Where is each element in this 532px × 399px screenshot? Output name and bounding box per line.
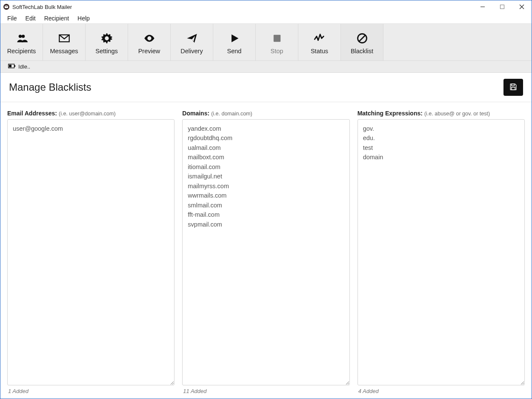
status-text: Idle.. [18, 63, 30, 70]
toolbar-messages[interactable]: Messages [43, 24, 86, 60]
column-header-domains: Domains: (i.e. domain.com) [182, 110, 349, 117]
page-title: Manage Blacklists [9, 81, 503, 93]
titlebar: SoftTechLab Bulk Mailer [0, 0, 532, 13]
toolbar-label: Blacklist [351, 48, 373, 55]
svg-rect-9 [273, 35, 280, 42]
column-header-expressions: Matching Expressions: (i.e. abuse@ or go… [358, 110, 525, 117]
toolbar-label: Preview [138, 48, 160, 55]
column-hint: (i.e. abuse@ or gov. or test) [424, 111, 490, 117]
column-hint: (i.e. domain.com) [211, 111, 252, 117]
save-icon [509, 83, 518, 92]
toolbar-label: Delivery [180, 48, 203, 55]
menu-help[interactable]: Help [73, 14, 94, 23]
svg-point-7 [21, 35, 24, 38]
toolbar-stop: Stop [256, 24, 298, 60]
toolbar-label: Recipients [7, 48, 36, 55]
svg-rect-13 [14, 65, 15, 67]
toolbar-label: Stop [271, 48, 283, 55]
toolbar-send[interactable]: Send [213, 24, 256, 60]
toolbar-label: Messages [50, 48, 78, 55]
window-title: SoftTechLab Bulk Mailer [12, 4, 72, 10]
menu-recipient[interactable]: Recipient [40, 14, 73, 23]
domains-count: 11 Added [182, 385, 349, 395]
toolbar-status[interactable]: Status [298, 24, 341, 60]
column-hint: (i.e. user@domain.com) [59, 111, 116, 117]
menubar: File Edit Recipient Help [0, 13, 532, 23]
status-strip: Idle.. [0, 61, 532, 73]
toolbar: Recipients Messages Settings Preview Del [0, 23, 532, 61]
svg-point-6 [18, 35, 21, 38]
emails-count: 1 Added [7, 385, 174, 395]
column-domains: Domains: (i.e. domain.com) 11 Added [182, 110, 349, 395]
svg-line-11 [359, 35, 365, 41]
menu-edit[interactable]: Edit [21, 14, 40, 23]
column-label: Email Addresses: [7, 110, 57, 117]
content-area: Email Addresses: (i.e. user@domain.com) … [0, 102, 532, 399]
svg-rect-14 [9, 65, 11, 67]
envelope-icon [58, 32, 70, 45]
toolbar-label: Send [227, 48, 242, 55]
toolbar-blacklist[interactable]: Blacklist [341, 24, 383, 60]
menu-file[interactable]: File [3, 14, 21, 23]
toolbar-recipients[interactable]: Recipients [0, 24, 43, 60]
column-emails: Email Addresses: (i.e. user@domain.com) … [7, 110, 174, 395]
eye-icon [143, 32, 155, 45]
close-button[interactable] [512, 0, 532, 13]
battery-icon [8, 63, 16, 70]
column-expressions: Matching Expressions: (i.e. abuse@ or go… [358, 110, 525, 395]
stop-icon [271, 32, 283, 45]
expressions-textarea[interactable] [358, 119, 525, 385]
column-header-emails: Email Addresses: (i.e. user@domain.com) [7, 110, 174, 117]
toolbar-settings[interactable]: Settings [86, 24, 128, 60]
column-label: Domains: [182, 110, 209, 117]
svg-point-8 [148, 37, 150, 40]
activity-icon [314, 32, 326, 45]
minimize-button[interactable] [473, 0, 492, 13]
column-label: Matching Expressions: [358, 110, 423, 117]
toolbar-delivery[interactable]: Delivery [171, 24, 213, 60]
expressions-count: 4 Added [358, 385, 525, 395]
domains-textarea[interactable] [182, 119, 349, 385]
svg-rect-16 [512, 87, 515, 89]
toolbar-preview[interactable]: Preview [128, 24, 171, 60]
paper-plane-icon [186, 32, 198, 45]
toolbar-label: Settings [95, 48, 117, 55]
page-header: Manage Blacklists [0, 73, 532, 102]
save-button[interactable] [503, 79, 523, 96]
play-icon [229, 32, 240, 45]
gear-icon [101, 32, 113, 45]
users-icon [16, 32, 28, 45]
app-icon [3, 3, 10, 10]
toolbar-label: Status [311, 48, 328, 55]
app-window: SoftTechLab Bulk Mailer File Edit Recipi… [0, 0, 532, 399]
ban-icon [356, 32, 368, 45]
emails-textarea[interactable] [7, 119, 174, 385]
svg-rect-15 [512, 84, 515, 86]
svg-rect-3 [501, 5, 504, 9]
maximize-button[interactable] [492, 0, 512, 13]
